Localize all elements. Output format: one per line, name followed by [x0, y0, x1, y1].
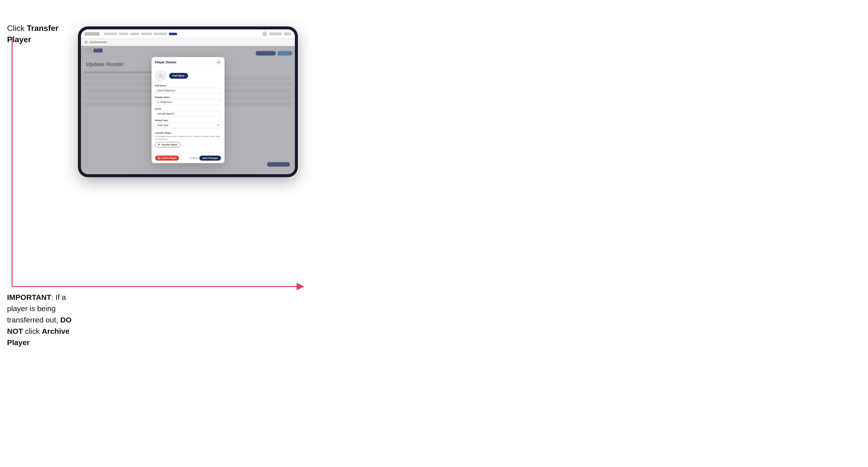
- nav-item-staff: [169, 33, 177, 35]
- transfer-player-button[interactable]: ⟳ Transfer Player: [155, 142, 180, 147]
- display-name-input[interactable]: [155, 99, 221, 105]
- breadcrumb-icon: [85, 41, 88, 44]
- breadcrumb-text: [90, 41, 107, 43]
- archive-icon: ⏻: [158, 157, 160, 159]
- tablet: Update Roster: [78, 26, 298, 177]
- instruction-click-text: Click Transfer Player: [7, 23, 75, 45]
- instruction-click-area: Click Transfer Player: [7, 23, 75, 45]
- header-avatar: [262, 31, 267, 36]
- modal-footer: ⏻ Archive Player Cancel Save Changes: [152, 153, 224, 163]
- archive-btn-label: Archive Player: [161, 157, 177, 159]
- app-logo: [85, 32, 99, 36]
- svg-marker-2: [297, 283, 304, 290]
- header-right: [262, 31, 291, 36]
- transfer-player-section: Transfer Player If this player has moved…: [155, 131, 221, 147]
- sub-header: [81, 38, 295, 46]
- header-btn: [269, 32, 282, 35]
- school-year-group: School Year First Year Second Year Third…: [155, 119, 221, 128]
- avatar-placeholder: [155, 70, 166, 82]
- save-changes-button[interactable]: Save Changes: [199, 156, 221, 161]
- modal-title: Player Details: [155, 60, 177, 64]
- nav-item-players: [119, 33, 128, 35]
- important-label: IMPORTANT: [7, 293, 51, 301]
- school-year-select[interactable]: First Year Second Year Third Year Fourth…: [155, 122, 221, 128]
- nav-item-teams: [130, 33, 139, 35]
- archive-player-button[interactable]: ⏻ Archive Player: [155, 156, 179, 161]
- content-area: Update Roster: [81, 46, 295, 174]
- display-name-label: Display Name: [155, 96, 221, 98]
- modal-overlay: Player Details ×: [81, 46, 295, 174]
- nav-item-seasons: [141, 33, 152, 35]
- upload-photo-button[interactable]: Full Name: [169, 73, 188, 79]
- avatar-section: Full Name: [155, 70, 221, 82]
- email-label: Email: [155, 107, 221, 110]
- cancel-button[interactable]: Cancel: [190, 157, 197, 159]
- transfer-section-desc: If this player has moved to another scho…: [155, 135, 221, 141]
- full-name-label: Full Name: [155, 85, 221, 87]
- header-btn2: [284, 32, 291, 35]
- nav-item-dashboard: [104, 33, 117, 35]
- modal-header: Player Details ×: [152, 57, 224, 67]
- full-name-input[interactable]: [155, 88, 221, 93]
- instruction-click-bold: Transfer Player: [7, 24, 59, 44]
- player-details-modal: Player Details ×: [152, 57, 224, 163]
- transfer-section-title: Transfer Player: [155, 132, 221, 134]
- school-year-label: School Year: [155, 119, 221, 122]
- modal-close-button[interactable]: ×: [216, 60, 221, 65]
- nav-item-usermgmt: [154, 33, 167, 35]
- transfer-icon: ⟳: [158, 143, 160, 146]
- email-group: Email: [155, 107, 221, 117]
- modal-body: Full Name Full Name Display Name: [152, 67, 224, 153]
- important-suffix: click: [23, 327, 42, 335]
- display-name-group: Display Name: [155, 96, 221, 105]
- app-header: [81, 29, 295, 38]
- full-name-group: Full Name: [155, 85, 221, 93]
- transfer-btn-label: Transfer Player: [161, 144, 178, 146]
- tablet-screen: Update Roster: [81, 29, 295, 174]
- nav-items: [104, 33, 177, 35]
- email-input[interactable]: [155, 111, 221, 117]
- svg-point-3: [160, 74, 162, 76]
- instruction-important-text: IMPORTANT: If a player is being transfer…: [7, 291, 75, 348]
- user-icon: [158, 73, 163, 79]
- instruction-important-area: IMPORTANT: If a player is being transfer…: [7, 291, 75, 348]
- close-icon: ×: [218, 61, 219, 64]
